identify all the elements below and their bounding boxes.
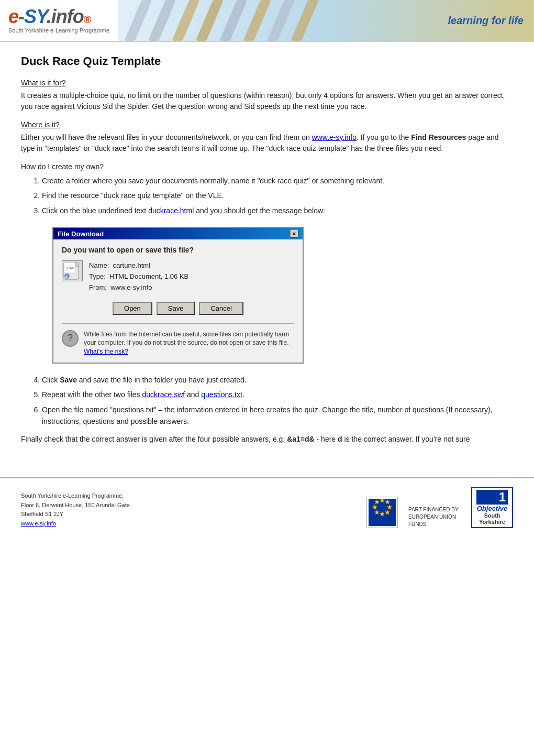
objective-south: South — [484, 512, 500, 519]
esy-info-link[interactable]: www.e-sy.info — [312, 133, 357, 141]
objective-logo: 1 Objective South Yorkshire — [471, 487, 513, 529]
logo-text: e-SY.info® — [8, 7, 109, 26]
section-body-1: It creates a multiple-choice quiz, no li… — [21, 90, 513, 112]
page-header: e-SY.info® South Yorkshire e-Learning Pr… — [0, 0, 534, 42]
dialog-file-row: HTML e Name: cartune.html Type: HTML Doc… — [62, 260, 294, 293]
page-footer: South Yorkshire e-Learning Programme, Fl… — [0, 477, 534, 537]
objective-number: 1 — [476, 490, 508, 505]
whats-risk-link[interactable]: What's the risk? — [84, 348, 128, 355]
steps-list: Create a folder where you save your docu… — [42, 175, 513, 216]
section-heading-2: Where is it? — [21, 120, 513, 129]
dialog-buttons: Open Save Cancel — [62, 302, 294, 315]
dialog-titlebar: File Download × — [53, 228, 303, 239]
step-4: Click Save and save the file in the fold… — [42, 374, 513, 386]
cancel-button[interactable]: Cancel — [199, 302, 243, 315]
footer-line-2: Floor 6, Derwent House, 150 Arundel Gate — [21, 501, 356, 510]
eu-flag-logo — [366, 497, 398, 528]
file-from-row: From: www.e-sy.info — [89, 282, 188, 293]
logo-area: e-SY.info® South Yorkshire e-Learning Pr… — [0, 0, 118, 41]
learning-tagline: learning for life — [448, 14, 524, 27]
step-5: Repeat with the other two files duckrace… — [42, 389, 513, 400]
section-heading-3: How do I create my own? — [21, 162, 513, 171]
file-download-dialog: File Download × Do you want to open or s… — [52, 227, 304, 364]
eu-label-1: PART FINANCED BY — [408, 506, 461, 513]
eu-label: PART FINANCED BY EUROPEAN UNION FUNDS — [408, 506, 461, 528]
footer-address: South Yorkshire e-Learning Programme, Fl… — [21, 491, 356, 528]
section-heading-1: What is it for? — [21, 79, 513, 87]
open-button[interactable]: Open — [113, 302, 152, 315]
footer-line-3: Sheffield S1 2JY — [21, 510, 356, 519]
dialog-warning-row: ? While files from the Internet can be u… — [62, 330, 294, 356]
dialog-body: Do you want to open or save this file? H… — [53, 239, 303, 363]
file-name-row: Name: cartune.html — [89, 260, 188, 271]
save-button[interactable]: Save — [157, 302, 195, 315]
svg-text:e: e — [65, 275, 68, 278]
dialog-close-button[interactable]: × — [290, 229, 298, 238]
objective-word: Objective — [477, 505, 508, 512]
file-type-row: Type: HTML Document, 1.06 KB — [89, 271, 188, 282]
step-1: Create a folder where you save your docu… — [42, 175, 513, 187]
main-content: Duck Race Quiz Template What is it for? … — [0, 42, 534, 462]
dialog-question: Do you want to open or save this file? — [62, 246, 294, 254]
steps-list-continued: Click Save and save the file in the fold… — [42, 374, 513, 428]
eu-label-2: EUROPEAN UNION — [408, 513, 461, 521]
page-title: Duck Race Quiz Template — [21, 54, 513, 68]
where-text-1: Either you will have the relevant files … — [21, 133, 312, 141]
footer-line-1: South Yorkshire e-Learning Programme, — [21, 491, 356, 501]
footer-website-link[interactable]: www.e-sy.info — [21, 520, 56, 527]
svg-text:HTML: HTML — [66, 266, 75, 269]
step-3: Click on the blue underlined text duckra… — [42, 205, 513, 216]
questions-txt-link[interactable]: questions.txt — [201, 390, 242, 399]
duckrace-html-link[interactable]: duckrace.html — [148, 206, 194, 215]
banner-area: learning for life — [118, 0, 534, 41]
eu-label-3: FUNDS — [408, 521, 461, 528]
warning-icon: ? — [62, 330, 79, 347]
dialog-divider — [62, 323, 294, 324]
step-2: Find the resource "duck race quiz templa… — [42, 190, 513, 201]
step-6: Open the file named "questions.txt" – th… — [42, 404, 513, 428]
logo-subtitle: South Yorkshire e-Learning Programme — [8, 27, 109, 34]
duckrace-swf-link[interactable]: duckrace.swf — [142, 390, 185, 399]
warning-text: While files from the Internet can be use… — [84, 330, 294, 356]
dialog-title: File Download — [58, 230, 104, 238]
step-6-extra: Finally check that the correct answer is… — [21, 434, 513, 445]
section-body-2: Either you will have the relevant files … — [21, 132, 513, 154]
objective-yorkshire: Yorkshire — [479, 519, 505, 525]
file-type-icon: HTML e — [62, 260, 83, 281]
dialog-file-info: Name: cartune.html Type: HTML Document, … — [89, 260, 188, 293]
